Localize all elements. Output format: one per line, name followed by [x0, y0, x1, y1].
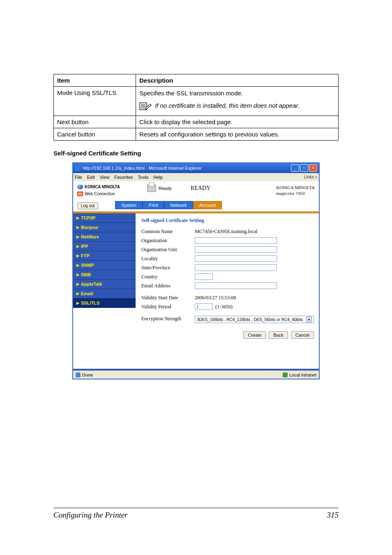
tab-account[interactable]: Account	[193, 201, 222, 209]
form-area: Self-signed Certificate Setting Common N…	[136, 213, 319, 365]
sidebar-item-bonjour[interactable]: ▶Bonjour	[73, 223, 136, 232]
locality-label: Locality	[141, 256, 195, 262]
footer-page: 315	[327, 511, 339, 520]
menu-edit[interactable]: Edit	[87, 175, 95, 180]
form-title: Self-signed Certificate Setting	[141, 217, 314, 224]
tab-system[interactable]: System	[115, 201, 143, 209]
window-close-button[interactable]: ×	[309, 164, 317, 172]
tab-print[interactable]: Print	[143, 201, 164, 209]
sidebar-item-appletalk[interactable]: ▶AppleTalk	[73, 280, 136, 289]
cell-desc: Resets all configuration settings to pre…	[136, 128, 339, 140]
encryption-select[interactable]: 3DES_168bits , RC4_128bits , DES_56bits …	[195, 316, 314, 323]
table-header-row: Item Description	[54, 74, 339, 87]
cell-desc: Specifies the SSL transmission mode. If …	[136, 87, 339, 116]
country-label: Country	[141, 274, 195, 280]
validity-start-label: Validity Start Date	[141, 295, 195, 301]
pagescope-icon	[77, 192, 83, 196]
cell-item: Next button	[54, 116, 136, 128]
webconnection-label: Web Connection	[85, 192, 115, 196]
note-icon	[139, 102, 152, 113]
window-titlebar: http://192.168.1.2/a_index.html - Micros…	[73, 163, 319, 173]
locality-input[interactable]	[195, 255, 277, 262]
window-minimize-button[interactable]: _	[291, 164, 299, 172]
orgunit-label: Organization Unit	[141, 247, 195, 253]
sidebar-label: SMB	[81, 272, 91, 277]
country-input[interactable]	[195, 273, 213, 280]
encryption-label: Encryption Strength	[141, 316, 195, 321]
sidebar-label: NetWare	[81, 234, 99, 239]
sidebar-label: TCP/IP	[81, 215, 95, 220]
orgunit-input[interactable]	[195, 246, 277, 253]
create-button[interactable]: Create	[243, 331, 266, 339]
device-model: magicolor 7450	[276, 190, 315, 196]
section-title: Self-signed Certificate Setting	[53, 150, 339, 157]
window-maximize-button[interactable]: □	[300, 164, 308, 172]
brand-label: KONICA MINOLTA	[85, 185, 120, 189]
menu-tools[interactable]: Tools	[138, 175, 149, 180]
sidebar-item-ftp[interactable]: ▶FTP	[73, 251, 136, 261]
state-input[interactable]	[195, 264, 277, 271]
state-label: State/Province	[141, 265, 195, 271]
organization-label: Organization	[141, 238, 195, 244]
sidebar-label: IPP	[81, 244, 88, 249]
sidebar-item-smb[interactable]: ▶SMB	[73, 270, 136, 280]
validity-period-range: (1-3650)	[215, 304, 233, 310]
sidebar-item-ssltls[interactable]: ▶SSL/TLS	[73, 298, 136, 308]
sidebar-item-netware[interactable]: ▶NetWare	[73, 232, 136, 242]
footer-title: Configuring the Printer	[53, 511, 128, 520]
sidebar-label: SSL/TLS	[81, 301, 99, 305]
intranet-icon	[283, 372, 288, 377]
validity-start-value: 2006/03/27 15:53:08	[195, 295, 236, 301]
status-done: Done	[82, 372, 93, 377]
window-title: http://192.168.1.2/a_index.html - Micros…	[83, 166, 291, 171]
email-input[interactable]	[195, 282, 277, 289]
menu-help[interactable]: Help	[153, 175, 163, 180]
back-button[interactable]: Back	[269, 331, 288, 339]
cell-item: Mode Using SSL/TLS	[54, 87, 136, 116]
toolbar-links[interactable]: Links »	[304, 175, 317, 179]
desc-text: Specifies the SSL transmission mode.	[139, 90, 243, 97]
printer-icon	[147, 185, 156, 192]
tab-network[interactable]: Network	[164, 201, 193, 209]
logout-button[interactable]: Log out	[77, 202, 98, 209]
chevron-down-icon: ▾	[306, 317, 312, 322]
col-desc: Description	[136, 74, 339, 87]
sidebar: ▶TCP/IP ▶Bonjour ▶NetWare ▶IPP ▶FTP ▶SNM…	[73, 213, 136, 365]
table-row: Next button Click to display the selecte…	[54, 116, 339, 128]
sidebar-label: Bonjour	[81, 225, 98, 230]
menu-file[interactable]: File	[75, 175, 82, 180]
validity-period-label: Validity Period	[141, 304, 195, 310]
sidebar-label: SNMP	[81, 263, 94, 268]
common-name-label: Common Name	[141, 229, 195, 235]
page-footer: Configuring the Printer 315	[53, 508, 339, 520]
validity-period-input[interactable]: 1	[195, 303, 213, 310]
sidebar-item-email[interactable]: ▶Email	[73, 289, 136, 298]
sidebar-item-snmp[interactable]: ▶SNMP	[73, 261, 136, 270]
encryption-value: 3DES_168bits , RC4_128bits , DES_56bits …	[197, 317, 303, 322]
spec-table: Item Description Mode Using SSL/TLS Spec…	[53, 74, 339, 141]
sidebar-item-ipp[interactable]: ▶IPP	[73, 242, 136, 251]
cancel-button[interactable]: Cancel	[291, 331, 314, 339]
sidebar-label: AppleTalk	[81, 282, 102, 287]
menu-favorites[interactable]: Favorites	[114, 175, 133, 180]
statusbar: Done Local intranet	[73, 370, 319, 379]
menubar: File Edit View Favorites Tools Help Link…	[73, 173, 319, 181]
email-label: Email Address	[141, 283, 195, 289]
sidebar-label: FTP	[81, 253, 90, 258]
status-zone: Local intranet	[289, 372, 316, 377]
organization-input[interactable]	[195, 237, 277, 244]
cell-item: Cancel button	[54, 128, 136, 140]
ie-icon	[75, 165, 81, 171]
sidebar-fill	[73, 308, 136, 365]
col-item: Item	[54, 74, 136, 87]
common-name-value: MC7450-C4395E.training.local	[195, 229, 258, 235]
ready-big-label: READY	[191, 185, 210, 192]
ready-small-label: Ready	[159, 186, 172, 191]
sidebar-item-tcpip[interactable]: ▶TCP/IP	[73, 213, 136, 223]
browser-window: http://192.168.1.2/a_index.html - Micros…	[72, 162, 320, 380]
note-text: If no certificate is installed, this ite…	[155, 102, 300, 110]
menu-view[interactable]: View	[100, 175, 110, 180]
cell-desc: Click to display the selected page.	[136, 116, 339, 128]
done-icon	[76, 372, 81, 377]
table-row: Mode Using SSL/TLS Specifies the SSL tra…	[54, 87, 339, 116]
